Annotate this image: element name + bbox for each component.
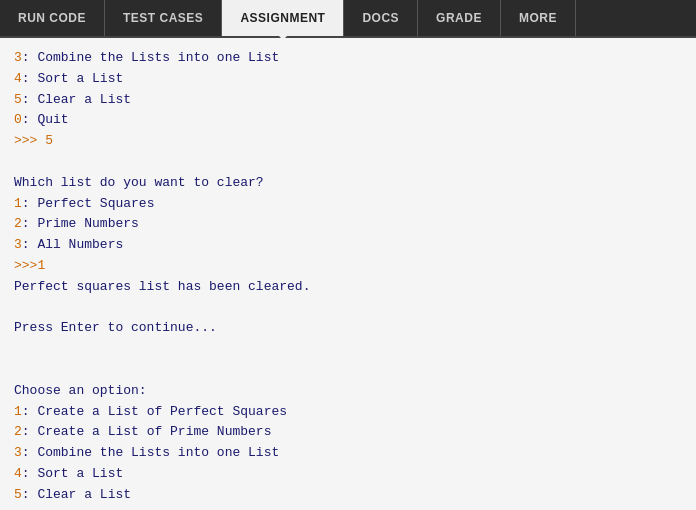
console-blank-3 <box>14 339 682 360</box>
console-line-6: 1: Perfect Squares <box>14 194 682 215</box>
console-line-8: 3: All Numbers <box>14 235 682 256</box>
console-output: 3: Combine the Lists into one List 4: So… <box>0 38 696 510</box>
nav-assignment[interactable]: ASSIGNMENT <box>222 0 344 36</box>
console-line-12: Choose an option: <box>14 381 682 402</box>
console-line-13: 1: Create a List of Perfect Squares <box>14 402 682 423</box>
console-line-7: 2: Prime Numbers <box>14 214 682 235</box>
console-line-5: Which list do you want to clear? <box>14 173 682 194</box>
app-container: RUN CODE TEST CASES ASSIGNMENT DOCS GRAD… <box>0 0 696 510</box>
nav-more[interactable]: MORE <box>501 0 576 36</box>
console-line-17: 5: Clear a List <box>14 485 682 506</box>
console-line-2: 5: Clear a List <box>14 90 682 111</box>
console-blank-2 <box>14 298 682 319</box>
console-blank-1 <box>14 152 682 173</box>
nav-bar: RUN CODE TEST CASES ASSIGNMENT DOCS GRAD… <box>0 0 696 38</box>
console-line-16: 4: Sort a List <box>14 464 682 485</box>
console-line-11: Press Enter to continue... <box>14 318 682 339</box>
console-line-9: >>>1 <box>14 256 682 277</box>
nav-docs[interactable]: DOCS <box>344 0 418 36</box>
console-line-0: 3: Combine the Lists into one List <box>14 48 682 69</box>
nav-test-cases[interactable]: TEST CASES <box>105 0 222 36</box>
console-line-10: Perfect squares list has been cleared. <box>14 277 682 298</box>
console-line-14: 2: Create a List of Prime Numbers <box>14 422 682 443</box>
console-line-18: 0: Quit <box>14 506 682 510</box>
nav-run-code[interactable]: RUN CODE <box>0 0 105 36</box>
console-line-3: 0: Quit <box>14 110 682 131</box>
console-blank-4 <box>14 360 682 381</box>
console-line-15: 3: Combine the Lists into one List <box>14 443 682 464</box>
console-line-4: >>> 5 <box>14 131 682 152</box>
console-line-1: 4: Sort a List <box>14 69 682 90</box>
nav-grade[interactable]: GRADE <box>418 0 501 36</box>
